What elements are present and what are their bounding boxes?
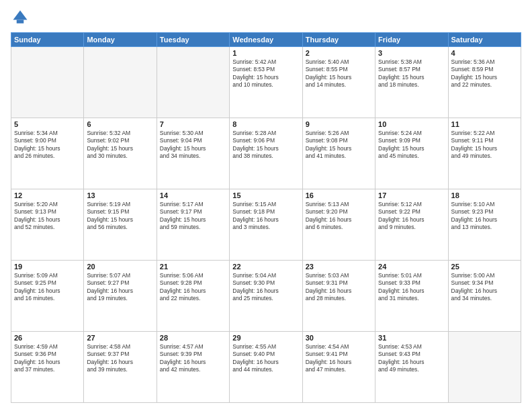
day-header-wednesday: Wednesday <box>230 33 302 47</box>
calendar-cell: 15Sunrise: 5:15 AMSunset: 9:18 PMDayligh… <box>230 189 302 261</box>
day-number: 13 <box>87 191 153 199</box>
calendar-cell: 7Sunrise: 5:30 AMSunset: 9:04 PMDaylight… <box>157 118 229 189</box>
calendar-cell: 25Sunrise: 5:00 AMSunset: 9:34 PMDayligh… <box>448 261 521 332</box>
day-number: 31 <box>378 334 445 342</box>
day-info: Sunrise: 4:53 AMSunset: 9:43 PMDaylight:… <box>378 343 445 374</box>
day-number: 20 <box>87 263 153 271</box>
calendar-cell <box>84 47 157 118</box>
day-number: 21 <box>160 263 226 271</box>
day-info: Sunrise: 4:57 AMSunset: 9:39 PMDaylight:… <box>160 343 226 374</box>
day-number: 3 <box>378 49 445 57</box>
calendar-cell: 14Sunrise: 5:17 AMSunset: 9:17 PMDayligh… <box>157 189 229 261</box>
day-number: 30 <box>306 334 372 342</box>
calendar-cell <box>11 47 84 118</box>
calendar-cell <box>157 47 229 118</box>
day-info: Sunrise: 5:15 AMSunset: 9:18 PMDaylight:… <box>232 201 299 232</box>
calendar-cell: 19Sunrise: 5:09 AMSunset: 9:25 PMDayligh… <box>11 261 84 332</box>
logo-icon <box>11 8 30 27</box>
day-number: 26 <box>14 334 81 342</box>
calendar-cell: 30Sunrise: 4:54 AMSunset: 9:41 PMDayligh… <box>302 332 375 403</box>
svg-marker-1 <box>13 11 28 20</box>
logo <box>11 8 32 27</box>
day-number: 15 <box>232 191 299 199</box>
calendar-cell: 17Sunrise: 5:12 AMSunset: 9:22 PMDayligh… <box>375 189 448 261</box>
calendar-cell: 9Sunrise: 5:26 AMSunset: 9:08 PMDaylight… <box>302 118 375 189</box>
day-header-tuesday: Tuesday <box>157 33 229 47</box>
day-info: Sunrise: 5:00 AMSunset: 9:34 PMDaylight:… <box>451 272 518 303</box>
day-info: Sunrise: 5:36 AMSunset: 8:59 PMDaylight:… <box>451 58 518 89</box>
day-number: 18 <box>451 191 518 199</box>
calendar-cell: 31Sunrise: 4:53 AMSunset: 9:43 PMDayligh… <box>375 332 448 403</box>
calendar-week-row: 26Sunrise: 4:59 AMSunset: 9:36 PMDayligh… <box>11 332 521 403</box>
calendar-table: SundayMondayTuesdayWednesdayThursdayFrid… <box>11 32 521 403</box>
day-info: Sunrise: 4:54 AMSunset: 9:41 PMDaylight:… <box>306 343 372 374</box>
calendar-cell: 26Sunrise: 4:59 AMSunset: 9:36 PMDayligh… <box>11 332 84 403</box>
calendar-cell: 4Sunrise: 5:36 AMSunset: 8:59 PMDaylight… <box>448 47 521 118</box>
calendar-week-row: 12Sunrise: 5:20 AMSunset: 9:13 PMDayligh… <box>11 189 521 261</box>
day-header-monday: Monday <box>84 33 157 47</box>
calendar-cell: 29Sunrise: 4:55 AMSunset: 9:40 PMDayligh… <box>230 332 302 403</box>
day-info: Sunrise: 5:06 AMSunset: 9:28 PMDaylight:… <box>160 272 226 303</box>
day-info: Sunrise: 5:20 AMSunset: 9:13 PMDaylight:… <box>14 201 81 232</box>
day-number: 1 <box>232 49 299 57</box>
day-info: Sunrise: 5:40 AMSunset: 8:55 PMDaylight:… <box>306 58 372 89</box>
day-number: 8 <box>232 120 299 128</box>
day-info: Sunrise: 5:32 AMSunset: 9:02 PMDaylight:… <box>87 130 153 161</box>
day-info: Sunrise: 5:04 AMSunset: 9:30 PMDaylight:… <box>232 272 299 303</box>
svg-rect-2 <box>17 20 24 24</box>
day-info: Sunrise: 5:28 AMSunset: 9:06 PMDaylight:… <box>232 130 299 161</box>
day-info: Sunrise: 5:34 AMSunset: 9:00 PMDaylight:… <box>14 130 81 161</box>
day-number: 5 <box>14 120 81 128</box>
day-number: 10 <box>378 120 445 128</box>
calendar-cell: 6Sunrise: 5:32 AMSunset: 9:02 PMDaylight… <box>84 118 157 189</box>
calendar-week-row: 1Sunrise: 5:42 AMSunset: 8:53 PMDaylight… <box>11 47 521 118</box>
calendar-cell: 13Sunrise: 5:19 AMSunset: 9:15 PMDayligh… <box>84 189 157 261</box>
day-info: Sunrise: 5:30 AMSunset: 9:04 PMDaylight:… <box>160 130 226 161</box>
day-number: 16 <box>306 191 372 199</box>
day-number: 17 <box>378 191 445 199</box>
day-number: 29 <box>232 334 299 342</box>
day-number: 11 <box>451 120 518 128</box>
calendar-cell: 5Sunrise: 5:34 AMSunset: 9:00 PMDaylight… <box>11 118 84 189</box>
day-number: 7 <box>160 120 226 128</box>
day-info: Sunrise: 5:38 AMSunset: 8:57 PMDaylight:… <box>378 58 445 89</box>
calendar-cell: 28Sunrise: 4:57 AMSunset: 9:39 PMDayligh… <box>157 332 229 403</box>
calendar-cell: 27Sunrise: 4:58 AMSunset: 9:37 PMDayligh… <box>84 332 157 403</box>
calendar-cell: 8Sunrise: 5:28 AMSunset: 9:06 PMDaylight… <box>230 118 302 189</box>
day-number: 9 <box>306 120 372 128</box>
calendar-cell: 18Sunrise: 5:10 AMSunset: 9:23 PMDayligh… <box>448 189 521 261</box>
day-info: Sunrise: 4:58 AMSunset: 9:37 PMDaylight:… <box>87 343 153 374</box>
calendar-cell: 1Sunrise: 5:42 AMSunset: 8:53 PMDaylight… <box>230 47 302 118</box>
day-info: Sunrise: 4:55 AMSunset: 9:40 PMDaylight:… <box>232 343 299 374</box>
day-number: 27 <box>87 334 153 342</box>
calendar-cell: 3Sunrise: 5:38 AMSunset: 8:57 PMDaylight… <box>375 47 448 118</box>
day-info: Sunrise: 5:24 AMSunset: 9:09 PMDaylight:… <box>378 130 445 161</box>
header <box>11 8 521 27</box>
calendar-cell: 21Sunrise: 5:06 AMSunset: 9:28 PMDayligh… <box>157 261 229 332</box>
day-number: 14 <box>160 191 226 199</box>
day-info: Sunrise: 5:07 AMSunset: 9:27 PMDaylight:… <box>87 272 153 303</box>
day-info: Sunrise: 5:10 AMSunset: 9:23 PMDaylight:… <box>451 201 518 232</box>
calendar-week-row: 19Sunrise: 5:09 AMSunset: 9:25 PMDayligh… <box>11 261 521 332</box>
day-number: 25 <box>451 263 518 271</box>
day-header-saturday: Saturday <box>448 33 521 47</box>
calendar-cell: 23Sunrise: 5:03 AMSunset: 9:31 PMDayligh… <box>302 261 375 332</box>
calendar-cell: 24Sunrise: 5:01 AMSunset: 9:33 PMDayligh… <box>375 261 448 332</box>
day-number: 4 <box>451 49 518 57</box>
day-info: Sunrise: 5:26 AMSunset: 9:08 PMDaylight:… <box>306 130 372 161</box>
day-header-sunday: Sunday <box>11 33 84 47</box>
day-number: 6 <box>87 120 153 128</box>
day-info: Sunrise: 5:22 AMSunset: 9:11 PMDaylight:… <box>451 130 518 161</box>
calendar-week-row: 5Sunrise: 5:34 AMSunset: 9:00 PMDaylight… <box>11 118 521 189</box>
day-info: Sunrise: 5:13 AMSunset: 9:20 PMDaylight:… <box>306 201 372 232</box>
calendar-cell: 11Sunrise: 5:22 AMSunset: 9:11 PMDayligh… <box>448 118 521 189</box>
day-number: 24 <box>378 263 445 271</box>
day-number: 2 <box>306 49 372 57</box>
calendar-header-row: SundayMondayTuesdayWednesdayThursdayFrid… <box>11 33 521 47</box>
day-info: Sunrise: 5:12 AMSunset: 9:22 PMDaylight:… <box>378 201 445 232</box>
day-info: Sunrise: 5:17 AMSunset: 9:17 PMDaylight:… <box>160 201 226 232</box>
day-header-thursday: Thursday <box>302 33 375 47</box>
calendar-cell: 10Sunrise: 5:24 AMSunset: 9:09 PMDayligh… <box>375 118 448 189</box>
calendar-cell: 2Sunrise: 5:40 AMSunset: 8:55 PMDaylight… <box>302 47 375 118</box>
page: SundayMondayTuesdayWednesdayThursdayFrid… <box>0 0 532 411</box>
